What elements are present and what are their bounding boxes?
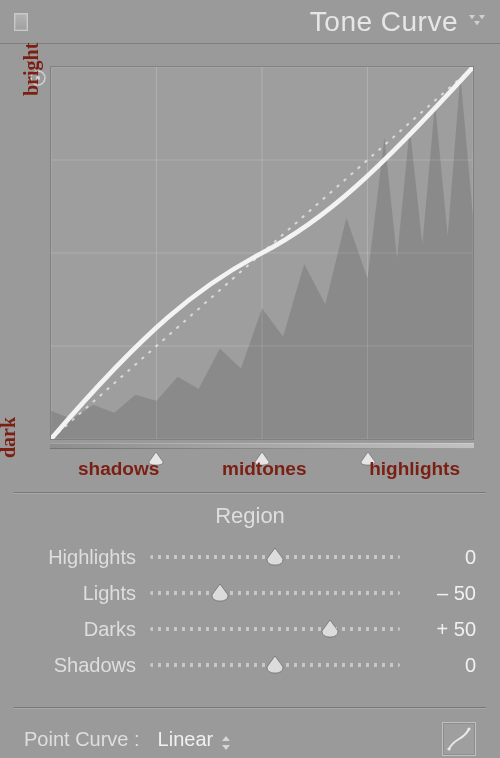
y-axis-label-bright: bright [20,43,43,96]
svg-point-15 [467,727,470,730]
point-curve-selected: Linear [158,728,214,751]
collapse-icon[interactable] [468,13,486,31]
panel-title: Tone Curve [28,6,468,38]
x-label-midtones: midtones [222,458,306,480]
edit-point-curve-button[interactable] [442,722,476,756]
y-axis-label-dark: dark [0,417,20,458]
slider-value[interactable]: 0 [414,654,476,677]
slider-label: Shadows [24,654,136,677]
x-label-highlights: highlights [369,458,460,480]
svg-point-14 [447,747,450,750]
lights-slider[interactable] [150,584,400,602]
svg-marker-12 [222,736,230,741]
slider-value[interactable]: – 50 [414,582,476,605]
slider-label: Lights [24,582,136,605]
svg-marker-2 [474,21,480,26]
slider-row-highlights: Highlights 0 [24,539,476,575]
region-section: Region Highlights 0 Lights – 50 Darks [0,493,500,689]
x-axis-labels: shadows midtones highlights [50,458,474,480]
panel-toggle-switch[interactable] [14,13,28,31]
slider-row-darks: Darks + 50 [24,611,476,647]
tone-curve-graph[interactable] [50,66,474,440]
range-gradient-bar [50,443,474,449]
slider-value[interactable]: 0 [414,546,476,569]
slider-thumb[interactable] [265,547,285,567]
slider-thumb[interactable] [320,619,340,639]
region-heading: Region [24,503,476,529]
svg-marker-1 [479,15,485,20]
highlights-slider[interactable] [150,548,400,566]
tone-curve-panel: Tone Curve bright dark [0,0,500,758]
slider-value[interactable]: + 50 [414,618,476,641]
range-split-track[interactable] [50,438,474,452]
slider-row-lights: Lights – 50 [24,575,476,611]
point-curve-footer: Point Curve : Linear [0,708,500,756]
slider-track [150,591,400,595]
slider-thumb[interactable] [210,583,230,603]
slider-thumb[interactable] [265,655,285,675]
point-curve-label: Point Curve : [24,728,140,751]
slider-label: Highlights [24,546,136,569]
slider-row-shadows: Shadows 0 [24,647,476,683]
curve-area: bright dark [24,66,476,474]
slider-track [150,627,400,631]
svg-marker-13 [222,745,230,750]
dropdown-caret-icon [221,732,231,746]
svg-marker-0 [469,15,475,20]
panel-header: Tone Curve [0,0,500,44]
x-label-shadows: shadows [78,458,159,480]
slider-label: Darks [24,618,136,641]
shadows-slider[interactable] [150,656,400,674]
darks-slider[interactable] [150,620,400,638]
point-curve-select[interactable]: Linear [148,728,232,751]
